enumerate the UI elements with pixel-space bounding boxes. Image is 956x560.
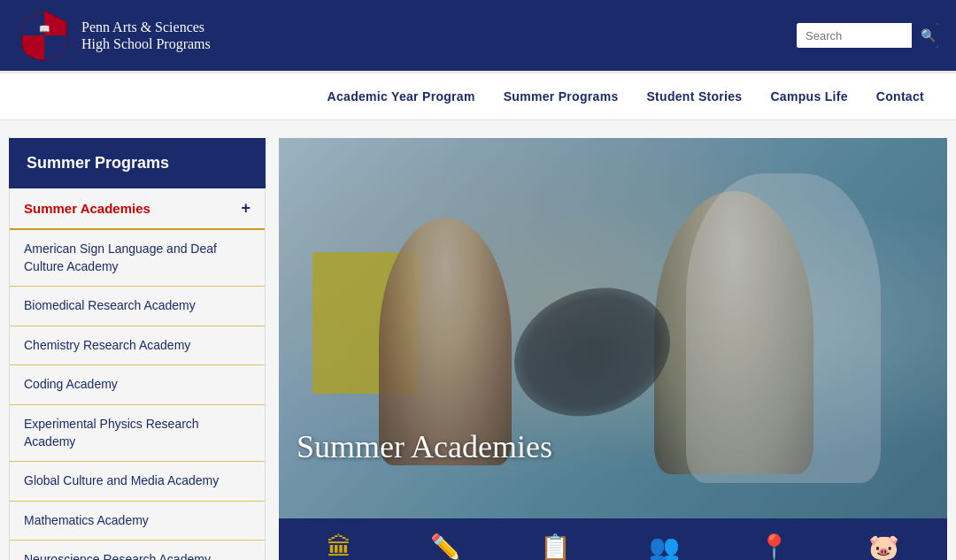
- icon-item-pencil[interactable]: ✏️: [430, 535, 461, 560]
- nav-student-stories[interactable]: Student Stories: [632, 73, 756, 119]
- piggybank-icon: 🐷: [868, 535, 899, 560]
- site-header: 📖 Penn Arts & Sciences High School Progr…: [0, 0, 956, 71]
- sidebar-section-label: Summer Academies: [24, 201, 150, 216]
- svg-rect-1: [44, 35, 66, 60]
- expand-icon[interactable]: +: [241, 199, 251, 218]
- hero-image: Summer Academies: [279, 138, 947, 518]
- pencil-icon: ✏️: [430, 535, 461, 560]
- logo-text: Penn Arts & Sciences High School Program…: [81, 19, 211, 52]
- penn-shield-logo: 📖: [18, 9, 71, 62]
- location-icon: 📍: [759, 535, 790, 560]
- list-item[interactable]: Chemistry Research Academy: [10, 326, 265, 366]
- logo-area: 📖 Penn Arts & Sciences High School Progr…: [18, 9, 211, 62]
- icon-bar: 🏛 ✏️ 📋 👥 📍 🐷: [279, 518, 947, 560]
- nav-academic-year[interactable]: Academic Year Program: [313, 73, 490, 119]
- book-icon: 📋: [540, 535, 571, 560]
- svg-text:📖: 📖: [39, 23, 50, 35]
- nav-bar: Academic Year Program Summer Programs St…: [0, 71, 956, 120]
- icon-item-location[interactable]: 📍: [759, 535, 790, 560]
- list-item[interactable]: Mathematics Academy: [10, 502, 265, 541]
- list-item[interactable]: American Sign Language and Deaf Culture …: [10, 230, 265, 287]
- list-item[interactable]: Biomedical Research Academy: [10, 287, 265, 326]
- search-button[interactable]: 🔍: [912, 23, 938, 48]
- search-bar[interactable]: 🔍: [797, 23, 938, 48]
- buildings-icon: 🏛: [327, 535, 351, 560]
- sidebar-section-header[interactable]: Summer Academies +: [10, 188, 265, 230]
- list-item[interactable]: Neuroscience Research Academy: [10, 541, 265, 560]
- nav-summer-programs[interactable]: Summer Programs: [490, 73, 633, 119]
- sidebar: Summer Programs Summer Academies + Ameri…: [9, 138, 266, 560]
- people-icon: 👥: [649, 535, 680, 560]
- sidebar-section: Summer Academies + American Sign Languag…: [9, 188, 266, 560]
- list-item[interactable]: Experimental Physics Research Academy: [10, 405, 265, 462]
- icon-item-piggybank[interactable]: 🐷: [868, 535, 899, 560]
- sidebar-title: Summer Programs: [9, 138, 266, 188]
- hero-container: Summer Academies 🏛 ✏️ 📋 👥 📍 🐷: [279, 138, 947, 560]
- icon-item-book[interactable]: 📋: [540, 535, 571, 560]
- hero-title: Summer Academies: [297, 428, 552, 465]
- nav-contact[interactable]: Contact: [862, 73, 938, 119]
- search-input[interactable]: [797, 24, 912, 48]
- main-content: Summer Programs Summer Academies + Ameri…: [0, 138, 956, 560]
- icon-item-people[interactable]: 👥: [649, 535, 680, 560]
- list-item[interactable]: Global Culture and Media Academy: [10, 462, 265, 502]
- nav-campus-life[interactable]: Campus Life: [756, 73, 861, 119]
- icon-item-buildings[interactable]: 🏛: [327, 535, 351, 560]
- list-item[interactable]: Coding Academy: [10, 365, 265, 405]
